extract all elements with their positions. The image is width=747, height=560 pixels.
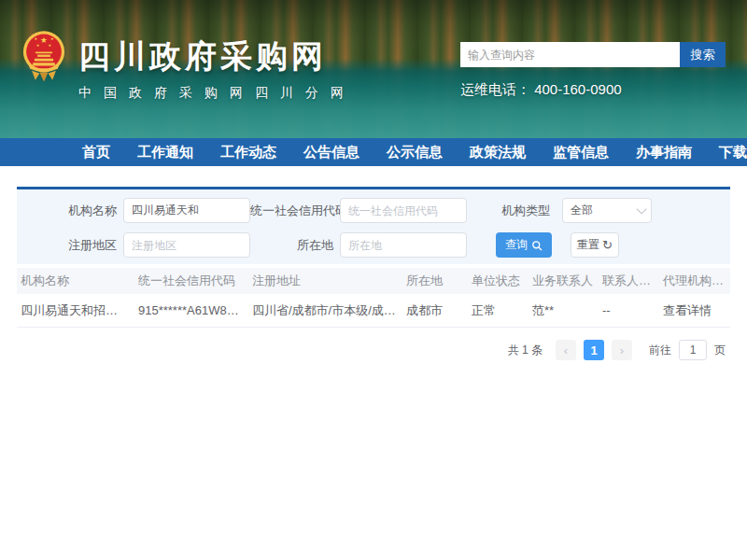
nav-item-work-updates[interactable]: 工作动态 xyxy=(220,144,276,161)
total-count: 共 1 条 xyxy=(508,343,543,358)
chevron-left-icon: ‹ xyxy=(564,344,568,357)
site-searchbar: 搜索 xyxy=(460,42,726,67)
national-emblem-icon: ★ ★ ★ ★ ★ xyxy=(22,29,65,83)
nav-item-service-guide[interactable]: 办事指南 xyxy=(636,144,692,161)
location-label: 所在地 xyxy=(250,237,340,254)
next-page-button[interactable]: › xyxy=(612,340,632,360)
nav-item-policies[interactable]: 政策法规 xyxy=(470,144,526,161)
nav-item-publicity[interactable]: 公示信息 xyxy=(387,144,443,161)
chevron-down-icon xyxy=(636,203,646,214)
reset-button-label: 重置 xyxy=(577,237,599,253)
location-input[interactable] xyxy=(340,232,467,258)
cell-status: 正常 xyxy=(468,302,529,319)
reg-area-input[interactable] xyxy=(123,232,250,258)
col-credit-code: 统一社会信用代码 xyxy=(134,273,248,289)
svg-text:★: ★ xyxy=(36,43,40,48)
org-type-select[interactable]: 全部 xyxy=(562,198,652,223)
site-banner: ★ ★ ★ ★ ★ 四川政府采购网 中国政府采购网四川分网 搜索 运维电话： 4… xyxy=(0,0,747,138)
col-reg-address: 注册地址 xyxy=(248,273,402,289)
site-title: 四川政府采购网 xyxy=(78,35,356,78)
svg-text:★: ★ xyxy=(50,36,54,41)
filter-row-1: 机构名称 统一社会信用代码 机构类型 全部 xyxy=(17,198,730,223)
col-contact: 业务联系人 xyxy=(529,273,599,289)
site-search-input[interactable] xyxy=(460,42,680,67)
svg-text:★: ★ xyxy=(40,35,48,45)
nav-item-supervision[interactable]: 监管信息 xyxy=(553,144,609,161)
pagination: 共 1 条 ‹ 1 › 前往 页 xyxy=(0,340,726,360)
filter-panel: 机构名称 统一社会信用代码 机构类型 全部 注册地区 所在地 查询 xyxy=(17,187,730,264)
cell-phone: -- xyxy=(599,303,659,317)
credit-code-label: 统一社会信用代码 xyxy=(250,203,340,219)
query-button[interactable]: 查询 xyxy=(496,232,552,258)
col-org-name: 机构名称 xyxy=(17,273,134,289)
search-icon xyxy=(531,240,543,251)
banner-right: 搜索 运维电话： 400-160-0900 xyxy=(460,42,726,99)
col-location: 所在地 xyxy=(402,273,468,289)
view-details-link[interactable]: 查看详情 xyxy=(659,302,730,319)
svg-text:★: ★ xyxy=(34,36,37,41)
cell-credit-code: 915******A61W8UKXJ xyxy=(134,303,248,317)
chevron-right-icon: › xyxy=(620,344,624,357)
nav-item-home[interactable]: 首页 xyxy=(82,144,110,161)
org-type-label: 机构类型 xyxy=(467,203,562,219)
col-agency-info: 代理机构信息 xyxy=(659,273,730,289)
reset-button[interactable]: 重置 ↻ xyxy=(571,232,619,258)
org-name-label: 机构名称 xyxy=(17,203,123,219)
goto-page-input[interactable] xyxy=(679,340,707,360)
goto-label: 前往 xyxy=(649,343,671,358)
nav-item-work-notices[interactable]: 工作通知 xyxy=(137,144,193,161)
cell-location: 成都市 xyxy=(402,302,468,319)
col-status: 单位状态 xyxy=(468,273,529,289)
nav-item-downloads[interactable]: 下载专区 xyxy=(719,144,747,161)
site-subtitle: 中国政府采购网四川分网 xyxy=(78,85,356,102)
query-button-label: 查询 xyxy=(505,237,528,253)
svg-text:★: ★ xyxy=(49,43,52,48)
org-type-selected-value: 全部 xyxy=(571,203,593,218)
prev-page-button[interactable]: ‹ xyxy=(556,340,576,360)
site-title-block: 四川政府采购网 中国政府采购网四川分网 xyxy=(78,35,356,102)
cell-org-name: 四川易通天和招标代理... xyxy=(17,302,134,319)
cell-contact: 范** xyxy=(529,302,599,319)
refresh-icon: ↻ xyxy=(602,239,613,251)
credit-code-input[interactable] xyxy=(340,198,467,223)
page: ★ ★ ★ ★ ★ 四川政府采购网 中国政府采购网四川分网 搜索 运维电话： 4… xyxy=(0,0,747,560)
table-row: 四川易通天和招标代理... 915******A61W8UKXJ 四川省/成都市… xyxy=(17,294,730,328)
goto-suffix: 页 xyxy=(714,343,726,358)
nav-item-announcements[interactable]: 公告信息 xyxy=(303,144,359,161)
cell-reg-address: 四川省/成都市/市本级/成都市... xyxy=(248,302,402,319)
table-header-row: 机构名称 统一社会信用代码 注册地址 所在地 单位状态 业务联系人 联系人电话 … xyxy=(17,268,730,294)
main-nav: 首页 工作通知 工作动态 公告信息 公示信息 政策法规 监管信息 办事指南 下载… xyxy=(0,138,747,166)
agency-table: 机构名称 统一社会信用代码 注册地址 所在地 单位状态 业务联系人 联系人电话 … xyxy=(17,268,730,328)
hotline-text: 运维电话： 400-160-0900 xyxy=(460,81,726,99)
filter-row-2: 注册地区 所在地 查询 重置 ↻ xyxy=(17,232,730,258)
col-phone: 联系人电话 xyxy=(599,273,659,289)
org-name-input[interactable] xyxy=(123,198,250,223)
page-1-button[interactable]: 1 xyxy=(584,340,604,360)
reg-area-label: 注册地区 xyxy=(17,237,123,254)
site-search-button[interactable]: 搜索 xyxy=(680,42,726,67)
